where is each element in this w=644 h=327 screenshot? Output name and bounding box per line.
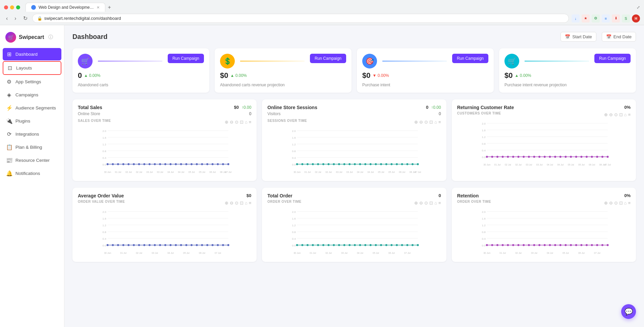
home-icon[interactable]: ⌂	[245, 200, 248, 205]
zoom-in-icon[interactable]: ⊕	[225, 200, 228, 205]
zoom-out-icon[interactable]: ⊖	[609, 200, 613, 205]
search-icon[interactable]: ⊙	[235, 200, 238, 205]
stat-label-3: Purchase intent revenue projection	[504, 83, 631, 87]
svg-point-79	[322, 163, 324, 165]
svg-point-132	[533, 156, 535, 158]
home-icon[interactable]: ⌂	[434, 120, 437, 125]
maximize-dot[interactable]	[16, 5, 20, 9]
new-tab-button[interactable]: +	[105, 3, 114, 12]
svg-point-186	[206, 244, 208, 246]
chat-bubble[interactable]: 💬	[621, 304, 636, 319]
ext2[interactable]: ★	[582, 14, 590, 22]
menu-icon[interactable]: ≡	[438, 200, 441, 205]
camera-icon[interactable]: ⊡	[240, 200, 244, 205]
run-campaign-btn-2[interactable]: Run Campaign	[452, 54, 488, 63]
forward-button[interactable]: ›	[12, 14, 18, 23]
back-button[interactable]: ‹	[4, 14, 10, 23]
search-icon[interactable]: ⊙	[235, 120, 238, 125]
svg-point-262	[523, 244, 525, 246]
zoom-in-icon[interactable]: ⊕	[414, 120, 418, 125]
chart-svg-wrap: 2.01.61.20.80.40.0 30 Jun01 Jul02 Jul02 …	[78, 127, 251, 176]
menu-icon[interactable]: ≡	[628, 200, 631, 205]
svg-text:05 Jul: 05 Jul	[199, 171, 205, 173]
start-date-picker[interactable]: 📅 Start Date	[560, 32, 596, 42]
camera-icon[interactable]: ⊡	[619, 112, 623, 117]
ext4[interactable]: ≡	[602, 14, 610, 22]
app-layout: 🛒 Swipecart ⓘ ⊞Dashboard⊡Layouts⚙App Set…	[0, 25, 644, 327]
sidebar-item-audience-segments[interactable]: ⚡Audience Segments	[3, 102, 61, 114]
run-campaign-btn-3[interactable]: Run Campaign	[594, 54, 631, 63]
search-icon[interactable]: ⊙	[614, 200, 618, 205]
zoom-in-icon[interactable]: ⊕	[604, 112, 608, 117]
svg-text:05 Jul: 05 Jul	[388, 171, 395, 173]
run-campaign-btn-1[interactable]: Run Campaign	[310, 54, 346, 63]
svg-point-96	[412, 163, 414, 165]
svg-point-181	[180, 244, 182, 246]
zoom-out-icon[interactable]: ⊖	[230, 120, 233, 125]
menu-icon[interactable]: ≡	[249, 120, 252, 125]
search-icon[interactable]: ⊙	[424, 200, 428, 205]
home-icon[interactable]: ⌂	[434, 200, 437, 205]
address-bar[interactable]: 🔒 swipecart.rentechdigital.com/dashboard	[32, 14, 569, 23]
user-avatar[interactable]: H	[632, 14, 640, 22]
sidebar-item-campaigns[interactable]: ◈Campaigns	[3, 89, 61, 101]
zoom-in-icon[interactable]: ⊕	[225, 120, 228, 125]
ext1[interactable]: ↓	[572, 14, 580, 22]
svg-point-213	[307, 244, 309, 246]
stat-change-3: ▲ 0.00%	[515, 73, 531, 78]
ext3[interactable]: ⚙	[592, 14, 600, 22]
camera-icon[interactable]: ⊡	[619, 200, 623, 205]
sidebar-item-plan-billing[interactable]: 📋Plan & Billing	[3, 141, 61, 153]
ext5[interactable]: ⬇	[612, 14, 620, 22]
stat-card-0: 🛒 Run Campaign 0 ▲ 0.00% Abandoned carts	[72, 48, 209, 93]
svg-point-270	[565, 244, 567, 246]
sidebar-item-dashboard[interactable]: ⊞Dashboard	[3, 48, 61, 60]
tab-favicon	[31, 5, 36, 10]
end-date-picker[interactable]: 📅 End Date	[602, 32, 636, 42]
search-icon[interactable]: ⊙	[424, 120, 428, 125]
camera-icon[interactable]: ⊡	[429, 120, 433, 125]
close-dot[interactable]	[4, 5, 8, 9]
svg-point-28	[122, 163, 124, 165]
zoom-in-icon[interactable]: ⊕	[414, 200, 418, 205]
menu-icon[interactable]: ≡	[249, 200, 252, 205]
logo-info-icon[interactable]: ⓘ	[48, 34, 53, 40]
svg-point-44	[206, 163, 208, 165]
home-icon[interactable]: ⌂	[624, 200, 627, 205]
run-campaign-btn-0[interactable]: Run Campaign	[168, 54, 204, 63]
svg-point-278	[606, 244, 608, 246]
svg-point-171	[127, 244, 129, 246]
menu-icon[interactable]: ≡	[438, 120, 441, 125]
chart-svg-wrap: 2.01.61.20.80.40.0 30 Jun01 Jul02 Jul03 …	[78, 208, 251, 256]
camera-icon[interactable]: ⊡	[429, 200, 433, 205]
zoom-in-icon[interactable]: ⊕	[604, 200, 608, 205]
search-icon[interactable]: ⊙	[614, 112, 618, 117]
sidebar-item-plugins[interactable]: 🔌Plugins	[3, 115, 61, 127]
ext6[interactable]: S	[622, 14, 630, 22]
window-expand[interactable]: ⤢	[637, 5, 640, 10]
sidebar-item-resource-center[interactable]: 📰Resource Center	[3, 154, 61, 167]
menu-icon[interactable]: ≡	[628, 112, 631, 117]
stat-top-1: 💲 Run Campaign	[220, 54, 346, 68]
zoom-out-icon[interactable]: ⊖	[419, 200, 423, 205]
zoom-out-icon[interactable]: ⊖	[230, 200, 233, 205]
reload-button[interactable]: ↻	[21, 14, 30, 23]
active-tab[interactable]: Web Design and Developme… ✕	[25, 3, 105, 12]
sidebar-label-plan-billing: Plan & Billing	[15, 145, 42, 150]
svg-text:30 Jun: 30 Jun	[293, 252, 301, 254]
camera-icon[interactable]: ⊡	[240, 120, 244, 125]
chart-delta: ↑0.00	[431, 105, 441, 110]
sidebar-item-app-settings[interactable]: ⚙App Settings	[3, 76, 61, 88]
sidebar-item-integrations[interactable]: ⟳Integrations	[3, 128, 61, 140]
sidebar-item-layouts[interactable]: ⊡Layouts	[3, 61, 61, 75]
page-title: Dashboard	[72, 33, 107, 41]
zoom-out-icon[interactable]: ⊖	[609, 112, 613, 117]
minimize-dot[interactable]	[10, 5, 14, 9]
sidebar-item-notifications[interactable]: 🔔Notifications	[3, 167, 61, 180]
home-icon[interactable]: ⌂	[624, 112, 627, 117]
zoom-out-icon[interactable]: ⊖	[419, 120, 423, 125]
home-icon[interactable]: ⌂	[245, 120, 248, 125]
svg-point-229	[391, 244, 393, 246]
tab-close-btn[interactable]: ✕	[97, 5, 100, 10]
chart-sub-label: Online Store	[78, 111, 100, 116]
